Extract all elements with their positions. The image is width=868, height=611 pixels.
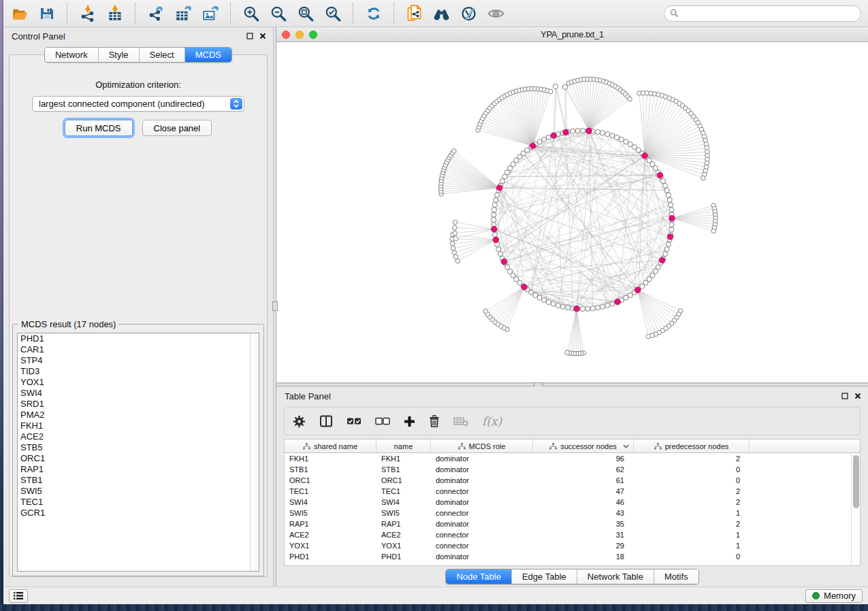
zoom-in-icon[interactable] [242,4,260,22]
criterion-dropdown[interactable]: largest connected component (undirected) [32,96,244,112]
network-node[interactable] [610,301,615,306]
mcds-list-scrollbar[interactable] [250,333,259,571]
zoom-fit-icon[interactable] [296,4,315,22]
network-search-field[interactable] [664,5,861,22]
network-node[interactable] [615,135,620,139]
network-node[interactable] [669,222,674,227]
table-row[interactable]: ORC1ORC1dominator610 [285,475,860,486]
network-node[interactable] [546,135,551,139]
zoom-selected-icon[interactable] [323,4,342,22]
float-panel-icon[interactable] [841,393,848,399]
mcds-dominator-node[interactable] [669,216,675,221]
network-leaf-node[interactable] [711,229,716,233]
tab-motifs[interactable]: Motifs [654,569,698,584]
network-leaf-node[interactable] [453,231,457,235]
export-table-icon[interactable] [174,4,192,22]
network-node[interactable] [590,306,595,311]
mcds-result-list[interactable]: PHD1CAR1STP4TID3YOX1SWI4SRD1PMA2FKH1ACE2… [17,333,259,572]
task-history-button[interactable] [9,589,28,603]
network-node[interactable] [605,303,610,308]
network-leaf-node[interactable] [452,225,457,230]
network-leaf-node[interactable] [453,254,458,259]
delete-column-trash-icon[interactable] [429,413,440,429]
mcds-dominator-node[interactable] [493,237,498,242]
mcds-dominator-node[interactable] [657,172,662,178]
network-node[interactable] [595,306,600,310]
network-leaf-node[interactable] [483,309,488,314]
toggle-graphics-details-icon[interactable] [460,4,478,22]
column-header-name[interactable]: name [376,440,431,452]
network-node[interactable] [660,179,665,184]
network-node[interactable] [666,242,671,247]
mcds-result-item[interactable]: CAR1 [18,344,259,355]
splitter-handle[interactable] [272,301,278,311]
float-panel-icon[interactable] [246,33,253,39]
create-column-plus-icon[interactable] [404,413,415,429]
mcds-result-item[interactable]: FKH1 [18,420,259,431]
network-leaf-node[interactable] [450,242,455,246]
table-row[interactable]: TEC1TEC1connector472 [285,486,860,497]
network-node[interactable] [551,301,556,306]
mcds-dominator-node[interactable] [574,306,579,311]
network-node[interactable] [664,188,669,193]
refresh-view-icon[interactable] [364,4,383,22]
mcds-dominator-node[interactable] [660,257,665,263]
export-network-icon[interactable] [146,4,165,22]
mcds-result-item[interactable]: STB5 [18,442,259,453]
tab-select[interactable]: Select [140,48,185,62]
network-leaf-node[interactable] [453,220,457,225]
network-node[interactable] [498,252,502,257]
export-image-icon[interactable] [201,4,219,22]
network-leaf-node[interactable] [548,89,553,94]
clone-network-icon[interactable] [405,4,423,22]
table-row[interactable]: ACE2ACE2connector311 [285,529,860,540]
network-node[interactable] [667,197,672,202]
mcds-result-item[interactable]: GCR1 [18,508,259,518]
mcds-result-item[interactable]: PHD1 [18,333,259,344]
mcds-dominator-node[interactable] [667,234,673,240]
network-leaf-node[interactable] [453,236,458,241]
close-panel-button[interactable]: Close panel [142,120,212,136]
network-node[interactable] [560,304,565,309]
mcds-result-item[interactable]: ACE2 [18,431,259,442]
network-node[interactable] [610,133,615,138]
close-panel-icon[interactable] [854,393,861,399]
network-node[interactable] [542,297,547,302]
tab-node-table[interactable]: Node Table [446,569,512,584]
column-header-mcds-role[interactable]: MCDS role [431,440,533,452]
mcds-result-item[interactable]: TID3 [18,366,259,377]
zoom-out-icon[interactable] [269,4,287,22]
network-node[interactable] [492,212,496,217]
column-header-shared-name[interactable]: shared name [285,440,376,452]
network-node[interactable] [542,137,547,142]
network-node[interactable] [492,232,497,237]
network-node[interactable] [495,193,500,197]
tab-edge-table[interactable]: Edge Table [512,569,577,584]
mcds-result-item[interactable]: YOX1 [18,377,259,388]
network-node[interactable] [605,132,610,137]
network-leaf-node[interactable] [455,259,460,263]
import-table-icon[interactable] [106,4,124,22]
table-row[interactable]: SWI5SWI5connector431 [285,508,860,518]
network-node[interactable] [500,179,504,184]
mcds-dominator-node[interactable] [497,185,502,191]
network-node[interactable] [537,139,542,144]
mcds-dominator-node[interactable] [551,133,556,138]
table-row[interactable]: SWI4SWI4dominator462 [285,497,860,508]
run-mcds-button[interactable]: Run MCDS [65,120,133,136]
network-node[interactable] [496,247,501,252]
network-node[interactable] [585,306,590,311]
mcds-result-item[interactable]: SWI4 [18,388,259,399]
show-columns-icon[interactable] [319,413,333,429]
mcds-result-item[interactable]: RAP1 [18,464,259,475]
import-network-icon[interactable] [78,4,97,22]
network-node[interactable] [669,202,673,207]
open-file-icon[interactable] [10,4,29,22]
network-node[interactable] [492,202,497,207]
network-node[interactable] [575,129,580,133]
network-node[interactable] [556,303,560,308]
memory-button[interactable]: Memory [805,589,863,603]
network-node[interactable] [664,247,669,252]
network-node[interactable] [669,227,674,232]
mcds-result-item[interactable]: SWI5 [18,486,259,497]
